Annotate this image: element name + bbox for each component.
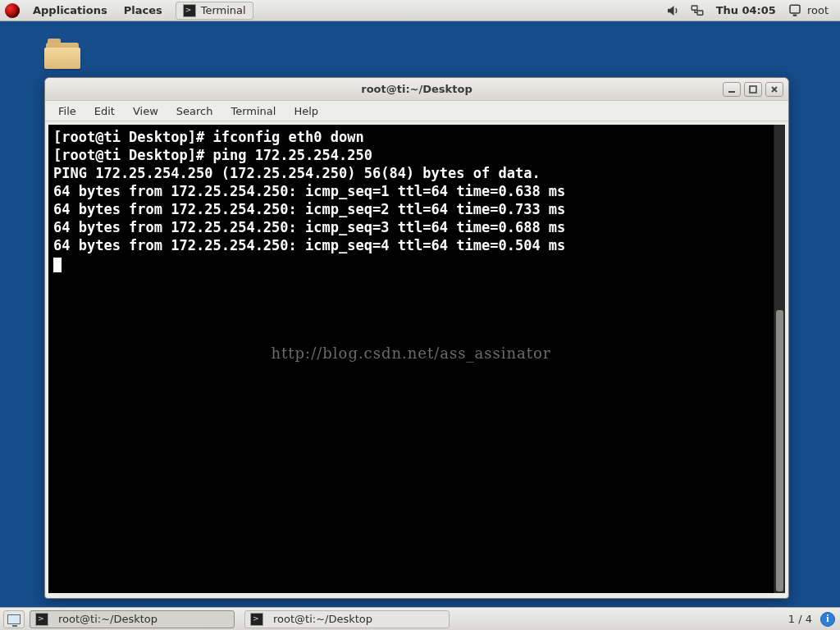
terminal-line: 64 bytes from 172.25.254.250: icmp_seq=4… <box>53 236 769 254</box>
menubar: File Edit View Search Terminal Help <box>45 101 788 121</box>
svg-rect-4 <box>728 91 735 93</box>
workspace-indicator[interactable]: 1 / 4 <box>780 613 820 625</box>
scrollbar[interactable] <box>774 125 785 593</box>
power-icon <box>788 3 802 18</box>
menu-help[interactable]: Help <box>285 103 326 120</box>
svg-rect-1 <box>697 11 703 15</box>
svg-rect-5 <box>750 86 756 93</box>
terminal-window: root@ti:~/Desktop File Edit View Search … <box>44 77 789 599</box>
window-buttons <box>723 82 783 97</box>
panel-right: Thu 04:05 root <box>660 3 840 18</box>
window-title: root@ti:~/Desktop <box>45 83 788 95</box>
panel-task-label: Terminal <box>201 4 246 16</box>
notification-badge-icon[interactable]: i <box>820 612 835 627</box>
terminal-line: 64 bytes from 172.25.254.250: icmp_seq=1… <box>53 182 769 200</box>
terminal-line: PING 172.25.254.250 (172.25.254.250) 56(… <box>53 164 769 182</box>
applications-menu[interactable]: Applications <box>25 1 116 20</box>
user-label: root <box>807 4 829 16</box>
terminal-output[interactable]: [root@ti Desktop]# ifconfig eth0 down [r… <box>48 125 774 593</box>
close-button[interactable] <box>765 82 783 97</box>
tasklist: root@ti:~/Desktop root@ti:~/Desktop <box>30 610 450 628</box>
minimize-icon <box>728 85 736 94</box>
volume-icon[interactable] <box>665 3 680 18</box>
watermark: http://blog.csdn.net/ass_assinator <box>48 345 774 363</box>
terminal-icon <box>183 4 196 17</box>
svg-rect-3 <box>793 14 797 16</box>
panel-left: Applications Places Terminal <box>0 1 253 20</box>
taskbar-item[interactable]: root@ti:~/Desktop <box>244 610 450 628</box>
scroll-thumb[interactable] <box>776 310 783 591</box>
terminal-line: [root@ti Desktop]# ping 172.25.254.250 <box>53 146 769 164</box>
maximize-icon <box>749 85 757 94</box>
terminal-icon <box>250 613 263 626</box>
top-panel: Applications Places Terminal Thu 04:05 <box>0 0 840 21</box>
distro-logo-icon[interactable] <box>5 3 20 18</box>
menu-view[interactable]: View <box>125 103 167 120</box>
maximize-button[interactable] <box>744 82 762 97</box>
desktop[interactable]: root@ti:~/Desktop File Edit View Search … <box>0 21 840 607</box>
terminal-line: 64 bytes from 172.25.254.250: icmp_seq=2… <box>53 200 769 218</box>
menu-search[interactable]: Search <box>168 103 221 120</box>
bottom-panel: root@ti:~/Desktop root@ti:~/Desktop 1 / … <box>0 607 840 630</box>
minimize-button[interactable] <box>723 82 741 97</box>
menu-file[interactable]: File <box>50 103 84 120</box>
clock[interactable]: Thu 04:05 <box>710 4 783 16</box>
show-desktop-icon <box>7 614 21 624</box>
menu-edit[interactable]: Edit <box>86 103 123 120</box>
taskbar-item-label: root@ti:~/Desktop <box>273 613 372 625</box>
svg-rect-0 <box>692 6 697 10</box>
places-menu[interactable]: Places <box>116 1 171 20</box>
titlebar[interactable]: root@ti:~/Desktop <box>45 78 788 101</box>
terminal-cursor-line <box>53 254 769 272</box>
terminal-icon <box>35 613 48 626</box>
terminal-line: 64 bytes from 172.25.254.250: icmp_seq=3… <box>53 218 769 236</box>
taskbar-item[interactable]: root@ti:~/Desktop <box>30 610 235 628</box>
show-desktop-button[interactable] <box>3 610 25 628</box>
terminal-line: [root@ti Desktop]# ifconfig eth0 down <box>53 128 769 146</box>
svg-rect-2 <box>790 5 800 13</box>
cursor <box>53 258 62 272</box>
user-menu[interactable]: root <box>783 3 833 18</box>
panel-task-terminal[interactable]: Terminal <box>176 2 253 20</box>
menu-terminal[interactable]: Terminal <box>222 103 284 120</box>
desktop-folder-icon[interactable] <box>44 43 84 75</box>
terminal-body-wrap: [root@ti Desktop]# ifconfig eth0 down [r… <box>45 121 788 598</box>
close-icon <box>770 85 778 94</box>
taskbar-item-label: root@ti:~/Desktop <box>58 613 158 625</box>
network-icon[interactable] <box>690 3 705 18</box>
